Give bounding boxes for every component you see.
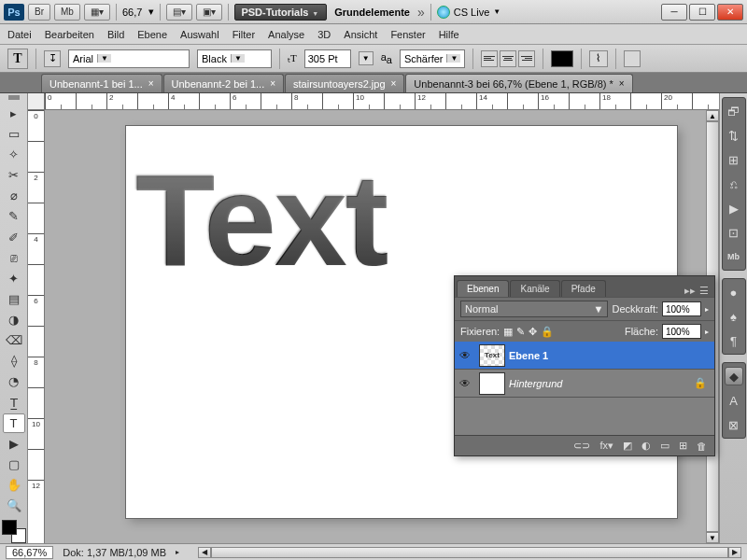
workspace-more-icon[interactable] (417, 5, 425, 20)
document-tab[interactable]: Unbenannt-2 bei 1...× (163, 74, 285, 92)
warp-text-button[interactable]: ⌇ (589, 50, 608, 67)
move-tool[interactable]: ▸ (3, 104, 25, 123)
scroll-track[interactable] (211, 547, 728, 558)
opacity-flyout-icon[interactable]: ▸ (705, 305, 709, 314)
blur-tool[interactable]: ⟠ (3, 351, 25, 371)
delete-layer-icon[interactable]: 🗑 (697, 441, 707, 452)
hand-tool[interactable]: ✋ (3, 475, 25, 495)
panel-gripper[interactable] (8, 95, 20, 100)
menu-datei[interactable]: Datei (7, 29, 32, 40)
tab-kanaele[interactable]: Kanäle (510, 280, 559, 297)
eraser-tool[interactable]: ◑ (3, 310, 25, 329)
path-select-tool[interactable]: ▶ (3, 434, 25, 454)
dock-icon[interactable]: ⊞ (725, 150, 743, 169)
eyedropper-tool[interactable]: ✎ (3, 206, 25, 226)
marquee-tool[interactable]: ▭ (3, 124, 25, 144)
zoom-tool[interactable]: 🔍 (3, 496, 25, 515)
lasso-tool[interactable]: ✧ (3, 145, 25, 164)
menu-auswahl[interactable]: Auswahl (180, 29, 219, 40)
layer-name[interactable]: Hintergrund (509, 378, 562, 389)
font-style-dropdown[interactable]: Black▼ (197, 49, 272, 68)
dodge-tool[interactable]: ◔ (3, 371, 25, 391)
dock-icon[interactable]: 🗗 (725, 102, 743, 120)
brush-tool[interactable]: ⎚ (3, 248, 25, 268)
close-tab-icon[interactable]: × (619, 78, 625, 89)
blend-mode-dropdown[interactable]: Normal▼ (460, 301, 608, 317)
character-panel-button[interactable] (624, 50, 641, 67)
ruler-origin[interactable] (28, 93, 45, 110)
fill-input[interactable]: 100% (662, 324, 701, 339)
lock-position-icon[interactable]: ✥ (529, 326, 537, 338)
menu-ansicht[interactable]: Ansicht (344, 29, 377, 40)
menu-bild[interactable]: Bild (107, 29, 124, 40)
menu-bearbeiten[interactable]: Bearbeiten (45, 29, 94, 40)
maximize-button[interactable]: ☐ (689, 4, 715, 21)
dock-icon[interactable]: ⎌ (725, 175, 743, 193)
horizontal-ruler[interactable]: 024681012141618202224262830 (45, 93, 719, 110)
new-layer-icon[interactable]: ⊞ (679, 440, 687, 452)
dock-icon[interactable]: ♠ (725, 307, 743, 326)
menu-3d[interactable]: 3D (317, 29, 331, 40)
quick-select-tool[interactable]: ✂ (3, 165, 25, 185)
view-extras-button[interactable]: ▦▾ (84, 4, 110, 21)
layer-name[interactable]: Ebene 1 (509, 350, 548, 361)
minibridge-button[interactable]: Mb (54, 4, 80, 21)
menu-analyse[interactable]: Analyse (268, 29, 304, 40)
dock-icon[interactable]: Mb (725, 247, 743, 266)
dock-icon[interactable]: A (725, 391, 743, 410)
panel-collapse-icon[interactable]: ▸▸ (684, 285, 696, 297)
font-family-dropdown[interactable]: Arial▼ (68, 49, 190, 68)
font-size-dropdown[interactable]: ▼ (359, 51, 374, 65)
panel-menu-icon[interactable]: ☰ (699, 285, 709, 297)
color-swatches[interactable] (2, 520, 26, 543)
gradient-tool[interactable]: ⌫ (3, 330, 25, 350)
menu-filter[interactable]: Filter (233, 29, 255, 40)
layer-mask-icon[interactable]: ◩ (623, 440, 632, 452)
status-zoom[interactable]: 66,67% (6, 546, 53, 559)
text-orientation-button[interactable]: ↧ (44, 50, 61, 67)
visibility-icon[interactable]: 👁 (455, 349, 475, 362)
text-layer-content[interactable]: Text (135, 145, 668, 296)
tab-ebenen[interactable]: Ebenen (457, 280, 509, 297)
text-color-swatch[interactable] (551, 50, 573, 67)
document-tab[interactable]: Unbenannt-1 bei 1...× (41, 74, 162, 92)
shape-tool[interactable]: ▢ (3, 455, 25, 474)
adjustment-layer-icon[interactable]: ◐ (641, 440, 651, 452)
scroll-left-button[interactable]: ◀ (198, 547, 211, 558)
history-brush-tool[interactable]: ▤ (3, 289, 25, 309)
align-center-button[interactable] (500, 50, 516, 67)
layer-group-icon[interactable]: ▭ (660, 440, 669, 452)
scroll-right-button[interactable]: ▶ (728, 547, 741, 558)
workspace-grundelemente[interactable]: Grundelemente (331, 7, 414, 18)
dock-icon[interactable]: ● (725, 283, 743, 301)
fill-flyout-icon[interactable]: ▸ (705, 328, 709, 336)
vertical-ruler[interactable]: 024681012 (28, 110, 45, 543)
close-tab-icon[interactable]: × (391, 78, 397, 89)
antialias-dropdown[interactable]: Schärfer▼ (400, 49, 465, 68)
layer-fx-icon[interactable]: fx▾ (599, 440, 613, 452)
crop-tool[interactable]: ⌀ (3, 186, 25, 205)
screenmode-button[interactable]: ▣▾ (196, 4, 222, 21)
arrange-button[interactable]: ▤▾ (166, 4, 192, 21)
document-tab[interactable]: stairsuntoayers2.jpg× (285, 74, 404, 92)
font-size-input[interactable]: 305 Pt (304, 49, 351, 68)
align-right-button[interactable] (518, 50, 535, 67)
close-button[interactable]: ✕ (717, 4, 743, 21)
lock-transparent-icon[interactable]: ▦ (503, 326, 513, 338)
dock-icon[interactable]: ⇅ (725, 126, 743, 145)
scroll-up-button[interactable]: ▲ (706, 110, 719, 121)
lock-all-icon[interactable]: 🔒 (541, 326, 554, 338)
minimize-button[interactable]: ─ (661, 4, 687, 21)
cs-live-button[interactable]: CS Live▼ (437, 6, 500, 19)
layer-row[interactable]: 👁 Text Ebene 1 (455, 342, 714, 370)
scroll-down-button[interactable]: ▼ (706, 532, 719, 543)
tool-preset-picker[interactable]: T (7, 49, 28, 69)
close-tab-icon[interactable]: × (270, 78, 275, 89)
opacity-input[interactable]: 100% (662, 301, 701, 316)
workspace-psdtutorials[interactable]: PSD-Tutorials (234, 4, 327, 21)
stamp-tool[interactable]: ✦ (3, 269, 25, 288)
layers-dock-icon[interactable]: ◆ (725, 367, 743, 385)
align-left-button[interactable] (481, 50, 498, 67)
dock-icon[interactable]: ¶ (725, 331, 743, 350)
status-docsize[interactable]: Dok: 1,37 MB/1,09 MB (63, 547, 166, 558)
